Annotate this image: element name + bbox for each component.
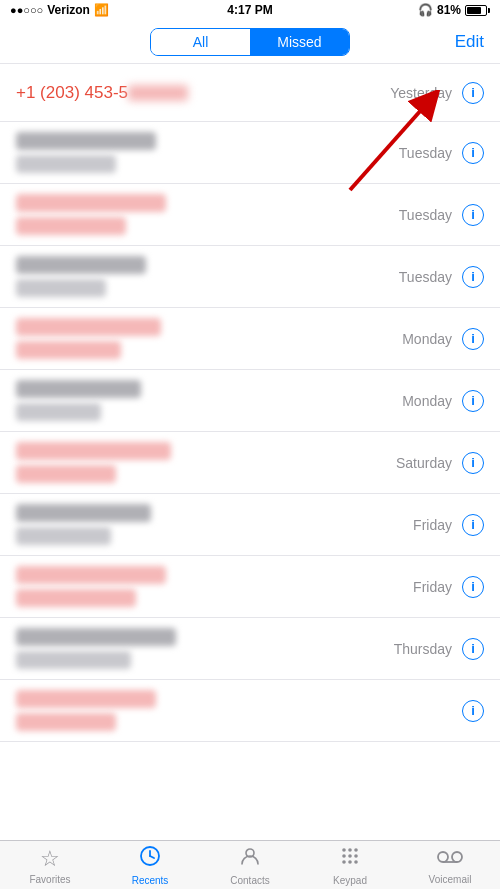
tab-bar-label-favorites: Favorites xyxy=(29,874,70,885)
recents-icon xyxy=(139,845,161,873)
svg-point-13 xyxy=(348,860,352,864)
info-button[interactable]: i xyxy=(462,514,484,536)
status-time: 4:17 PM xyxy=(227,3,272,17)
info-button[interactable]: i xyxy=(462,142,484,164)
tab-bar-item-contacts[interactable]: Contacts xyxy=(200,845,300,886)
call-item: Tuesday i xyxy=(0,246,500,308)
svg-line-4 xyxy=(150,856,154,858)
call-name: +1 (203) 453-5 xyxy=(16,83,390,103)
svg-point-8 xyxy=(354,848,358,852)
info-button[interactable]: i xyxy=(462,452,484,474)
svg-point-14 xyxy=(354,860,358,864)
keypad-icon xyxy=(339,845,361,873)
tab-bar: ☆ Favorites Recents Contacts xyxy=(0,840,500,889)
info-button[interactable]: i xyxy=(462,82,484,104)
info-button[interactable]: i xyxy=(462,638,484,660)
contacts-icon xyxy=(239,845,261,873)
call-item: Tuesday i xyxy=(0,122,500,184)
tab-bar-item-favorites[interactable]: ☆ Favorites xyxy=(0,846,100,885)
status-battery: 🎧 81% xyxy=(418,3,490,17)
call-date: Monday xyxy=(402,331,452,347)
call-item: Monday i xyxy=(0,308,500,370)
info-button[interactable]: i xyxy=(462,390,484,412)
tab-bar-label-keypad: Keypad xyxy=(333,875,367,886)
call-date: Tuesday xyxy=(399,269,452,285)
call-date: Tuesday xyxy=(399,207,452,223)
info-button[interactable]: i xyxy=(462,266,484,288)
call-item: Tuesday i xyxy=(0,184,500,246)
status-bar: ●●○○○ Verizon 📶 4:17 PM 🎧 81% xyxy=(0,0,500,20)
info-button[interactable]: i xyxy=(462,328,484,350)
info-button[interactable]: i xyxy=(462,204,484,226)
svg-point-7 xyxy=(348,848,352,852)
tab-all[interactable]: All xyxy=(151,29,250,55)
tab-bar-item-voicemail[interactable]: Voicemail xyxy=(400,846,500,885)
call-date: Tuesday xyxy=(399,145,452,161)
edit-button[interactable]: Edit xyxy=(455,32,484,52)
tab-bar-label-recents: Recents xyxy=(132,875,169,886)
svg-point-15 xyxy=(438,852,448,862)
call-item: Saturday i xyxy=(0,432,500,494)
svg-point-16 xyxy=(452,852,462,862)
svg-point-6 xyxy=(342,848,346,852)
svg-point-12 xyxy=(342,860,346,864)
call-date: Monday xyxy=(402,393,452,409)
call-date: Thursday xyxy=(394,641,452,657)
call-item: Monday i xyxy=(0,370,500,432)
call-item: Friday i xyxy=(0,494,500,556)
call-item: +1 (203) 453-5 Yesterday i xyxy=(0,64,500,122)
call-date: Friday xyxy=(413,579,452,595)
call-date: Saturday xyxy=(396,455,452,471)
tab-missed[interactable]: Missed xyxy=(250,29,349,55)
svg-point-9 xyxy=(342,854,346,858)
svg-point-10 xyxy=(348,854,352,858)
tab-switcher[interactable]: All Missed xyxy=(150,28,350,56)
call-list: +1 (203) 453-5 Yesterday i Tuesday i xyxy=(0,64,500,840)
voicemail-icon xyxy=(437,846,463,872)
info-button[interactable]: i xyxy=(462,576,484,598)
tab-bar-label-contacts: Contacts xyxy=(230,875,269,886)
status-carrier: ●●○○○ Verizon 📶 xyxy=(10,3,109,17)
svg-point-11 xyxy=(354,854,358,858)
header: All Missed Edit xyxy=(0,20,500,64)
info-button[interactable]: i xyxy=(462,700,484,722)
call-date: Yesterday xyxy=(390,85,452,101)
call-item: i xyxy=(0,680,500,742)
tab-bar-item-recents[interactable]: Recents xyxy=(100,845,200,886)
call-item: Thursday i xyxy=(0,618,500,680)
tab-bar-item-keypad[interactable]: Keypad xyxy=(300,845,400,886)
favorites-icon: ☆ xyxy=(40,846,60,872)
call-date: Friday xyxy=(413,517,452,533)
call-item: Friday i xyxy=(0,556,500,618)
tab-bar-label-voicemail: Voicemail xyxy=(429,874,472,885)
